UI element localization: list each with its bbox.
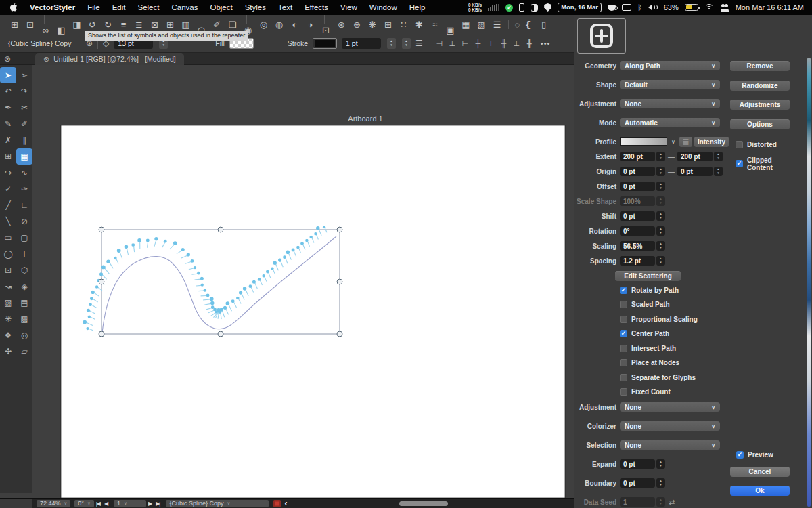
align-center-horizontal-icon[interactable]: ⊥: [446, 39, 459, 48]
next-page-button[interactable]: ▶: [148, 501, 152, 507]
page-number-dropdown[interactable]: 1: [114, 500, 146, 507]
adjustment-2-dropdown[interactable]: None: [620, 402, 720, 412]
shear-left-icon[interactable]: ◧: [53, 15, 69, 35]
remove-button[interactable]: Remove: [730, 61, 790, 71]
scaling-stepper[interactable]: [656, 241, 665, 251]
scale-shape-stepper[interactable]: [656, 196, 665, 206]
selection-handle[interactable]: [99, 331, 104, 337]
tab-close-icon[interactable]: ⊗: [43, 55, 49, 64]
proportional-scaling-checkbox[interactable]: [620, 316, 627, 323]
gradient-tool[interactable]: ▤: [16, 295, 32, 311]
scissors-tool[interactable]: ✂: [16, 100, 32, 116]
kaleidoscope-effect-icon[interactable]: ❋: [365, 20, 380, 30]
checkbox-preview[interactable]: Preview: [730, 450, 792, 459]
text-frame-tool[interactable]: ⊡: [0, 262, 16, 278]
transform-target-icon[interactable]: ⊕: [349, 20, 365, 30]
ellipse-tool[interactable]: ◯: [0, 246, 16, 262]
origin-field-1[interactable]: 0 pt: [620, 167, 655, 176]
checkbox-separate-for-glyphs[interactable]: Separate for Glyphs: [574, 373, 729, 381]
edit-scattering-button[interactable]: Edit Scattering: [615, 271, 681, 281]
data-seed-shuffle-icon[interactable]: ⇄: [669, 498, 675, 507]
line-tool[interactable]: ╱: [0, 197, 16, 213]
distribute-objects-icon[interactable]: ≣: [131, 20, 147, 30]
symbol-spray-tool[interactable]: ✳: [0, 311, 16, 327]
rotate-by-path-checkbox[interactable]: [620, 287, 627, 294]
mesh-tool[interactable]: ▩: [16, 311, 32, 327]
empty-shape-tool[interactable]: ⊘: [16, 213, 32, 230]
frame-crop-icon[interactable]: ▣: [443, 15, 458, 35]
expand-stepper[interactable]: [656, 459, 665, 469]
selection-lasso-tool[interactable]: ↷: [16, 83, 32, 100]
polygon-tool[interactable]: ⬡: [16, 262, 32, 278]
text-columns-icon[interactable]: ▥: [178, 20, 194, 30]
adjustment-dropdown[interactable]: None: [620, 99, 720, 108]
wave-effect-icon[interactable]: ≈: [427, 20, 443, 30]
randomize-button[interactable]: Randomize: [730, 81, 790, 91]
corner-tool[interactable]: ∟: [16, 197, 32, 213]
stroke-width-field[interactable]: 1 pt: [342, 38, 381, 49]
distortion-effect-icon[interactable]: ⊛: [334, 20, 349, 30]
boundary-stepper[interactable]: [656, 478, 665, 488]
document-tab[interactable]: ⊗ Untitled-1 [RGB] [@72.4%] - [Modified]: [35, 53, 184, 65]
selection-handle[interactable]: [337, 279, 342, 284]
spacing-stepper[interactable]: [656, 256, 665, 266]
calligraphy-pen-tool[interactable]: ✑: [16, 181, 32, 197]
text-brace-icon[interactable]: ❴: [520, 20, 536, 30]
rotation-stepper[interactable]: [656, 226, 665, 236]
origin-stepper-2[interactable]: [714, 167, 723, 176]
geometry-dropdown[interactable]: Along Path: [620, 61, 720, 70]
align-bottom-edge-icon[interactable]: ⊥: [510, 39, 523, 48]
text-tool[interactable]: T: [16, 246, 32, 262]
distorted-checkbox[interactable]: [736, 141, 743, 148]
eraser-pen-tool[interactable]: ✗: [0, 132, 16, 148]
brush-tool[interactable]: ✎: [0, 116, 16, 132]
first-page-button[interactable]: |◀: [96, 501, 100, 507]
stroke-options-sliders-icon[interactable]: ☰: [415, 39, 423, 48]
bend-tool[interactable]: ↝: [0, 278, 16, 295]
last-page-button[interactable]: ▶|: [156, 501, 160, 507]
shape-builder-tool[interactable]: ❖: [0, 327, 16, 343]
selection-handle[interactable]: [99, 279, 104, 284]
fill-bucket-tool[interactable]: ◈: [16, 278, 32, 295]
menu-window[interactable]: Window: [363, 0, 403, 15]
battery-icon[interactable]: [685, 4, 698, 11]
twirl-tool[interactable]: ◎: [16, 327, 32, 343]
options-button[interactable]: Options: [730, 119, 790, 129]
rounded-rectangle-tool[interactable]: ▢: [16, 230, 32, 246]
cancel-button[interactable]: Cancel: [730, 467, 790, 477]
checkbox-intersect-path[interactable]: Intersect Path: [574, 344, 729, 352]
bluetooth-icon[interactable]: ᛒ: [637, 4, 642, 12]
table-object-icon[interactable]: ⊞: [380, 20, 396, 30]
distribute-horizontal-icon[interactable]: ╫: [497, 39, 510, 48]
stroke-swatch[interactable]: [313, 38, 337, 49]
activity-meter-icon[interactable]: [488, 4, 499, 11]
shield-icon[interactable]: [544, 3, 551, 12]
adjustments-button[interactable]: Adjustments: [730, 100, 790, 110]
apple-icon[interactable]: [9, 3, 18, 12]
menu-effects[interactable]: Effects: [298, 0, 334, 15]
checkbox-fixed-count[interactable]: Fixed Count: [574, 388, 729, 396]
new-symbol-icon[interactable]: ⊞: [7, 20, 22, 30]
scatter-grid-tool[interactable]: ▦: [16, 148, 32, 165]
checkbox-proportional-scaling[interactable]: Proportional Scaling: [574, 315, 729, 323]
selection-handle[interactable]: [337, 227, 342, 232]
checkbox-place-at-nodes[interactable]: Place at Nodes: [574, 359, 729, 367]
align-objects-icon[interactable]: ≡: [116, 20, 131, 30]
direct-select-tool[interactable]: ➣: [16, 67, 32, 83]
align-to-node-icon[interactable]: ┼: [472, 39, 484, 48]
stroke-presets-stepper[interactable]: [402, 38, 411, 49]
raster-image-icon[interactable]: ▦: [458, 20, 474, 30]
data-seed-field[interactable]: 1: [620, 497, 655, 507]
menu-text[interactable]: Text: [272, 0, 298, 15]
style-brush-tool[interactable]: ✣: [0, 343, 16, 360]
origin-field-2[interactable]: 0 pt: [677, 167, 713, 176]
align-left-edge-icon[interactable]: ⊣: [433, 39, 446, 48]
panel-scrollbar[interactable]: [807, 58, 811, 507]
squiggle-tool[interactable]: ∿: [16, 165, 32, 181]
more-options-icon[interactable]: •••: [541, 39, 551, 47]
check-pen-tool[interactable]: ✓: [0, 181, 16, 197]
hatch-tool[interactable]: ∥: [16, 132, 32, 148]
checkbox-clipped-content[interactable]: Clipped Content: [730, 160, 792, 168]
select-tool[interactable]: ➤: [0, 67, 16, 83]
symbol-frame-icon[interactable]: ⊞: [162, 20, 178, 30]
